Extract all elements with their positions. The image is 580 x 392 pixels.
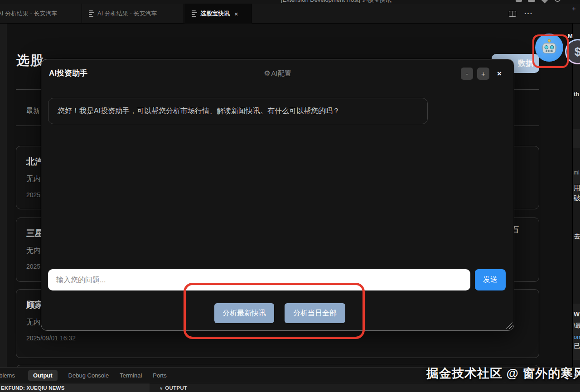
clipped-text-fragment: 破 <box>574 194 580 203</box>
clipped-text-fragment: 去 <box>574 232 580 241</box>
clipped-text-fragment: 用 <box>574 184 580 193</box>
assistant-message-bubble: 您好！我是AI投资助手，可以帮您分析市场行情、解读新闻快讯。有什么可以帮您的吗？ <box>48 98 428 124</box>
ai-config-link[interactable]: ⚙AI配置 <box>41 69 514 78</box>
font-increase-button[interactable]: + <box>477 68 489 80</box>
clipped-text-fragment: W <box>574 310 580 318</box>
layout-panel-icon <box>516 0 522 2</box>
panel-tab-output[interactable]: Output <box>28 370 58 381</box>
clipped-link-fragment: om <box>574 334 580 340</box>
tab-xuangubao-active[interactable]: 选股宝快讯 × <box>184 4 252 24</box>
send-button[interactable]: 发送 <box>475 269 506 290</box>
font-decrease-button[interactable]: - <box>461 68 473 80</box>
clipped-text-fragment: th <box>574 91 579 97</box>
chevron-down-icon: ∨ <box>160 386 163 391</box>
more-actions-icon[interactable]: ··· <box>524 10 533 18</box>
window-title: [Extension Development Host] 选股宝快讯 <box>281 0 391 4</box>
clipped-text-fragment: g <box>574 371 578 378</box>
panel-tab-ports[interactable]: Ports <box>153 372 166 379</box>
close-icon[interactable]: × <box>494 68 504 79</box>
file-icon <box>192 10 198 18</box>
tab-ai-analysis-2[interactable]: AI 分析结果 - 长安汽车 <box>82 4 184 24</box>
editor-gutter <box>0 24 7 367</box>
editor-tab-bar: AI 分析结果 - 长安汽车 AI 分析结果 - 长安汽车 选股宝快讯 × ··… <box>0 4 580 24</box>
page-title: 选股 <box>16 52 44 70</box>
gear-icon: ⚙ <box>264 69 270 77</box>
clipped-text-fragment: \最 <box>574 322 580 330</box>
annotation-box-robot <box>532 34 569 68</box>
tab-close-icon[interactable]: × <box>234 10 238 18</box>
clipped-text-fragment: ml <box>574 169 580 176</box>
panel-tab-problems[interactable]: Problems <box>0 372 21 379</box>
new-tab-plus-icon[interactable]: + <box>572 5 576 12</box>
output-header-bar: EKFUND: XUEQIU NEWS ∨ OUTPUT <box>0 383 580 392</box>
layout-toggle-icon <box>555 0 561 2</box>
dollar-icon: $ <box>575 45 580 59</box>
file-icon <box>89 10 95 18</box>
clipped-text-fragment: M <box>568 33 573 39</box>
background-window-edge: th ml 用 破 去 W \最 om 已 <box>572 24 580 367</box>
clipped-text-fragment: 已 <box>574 342 580 350</box>
split-editor-icon[interactable] <box>509 11 516 17</box>
panel-tab-terminal[interactable]: Terminal <box>120 372 142 379</box>
output-section-dropdown[interactable]: ∨ OUTPUT <box>160 383 187 392</box>
resize-handle[interactable] <box>506 322 512 329</box>
tab-ai-analysis-1[interactable]: AI 分析结果 - 长安汽车 <box>0 4 82 24</box>
watermark-text: 掘金技术社区 @ 窗外的寒风 <box>426 365 580 382</box>
panel-tab-debug-console[interactable]: Debug Console <box>68 372 109 379</box>
annotation-box-quick-actions <box>184 283 365 339</box>
news-filter-tab-latest[interactable]: 最新 <box>26 106 40 115</box>
output-channel-label: EKFUND: XUEQIU NEWS <box>0 383 150 392</box>
layout-customize-icon <box>541 0 549 3</box>
layout-sidebar-icon <box>528 0 535 2</box>
editor-area: 选股 最新 北汽 无内 2025 三星 无内 2025 顾家 无内 2025/0… <box>0 24 580 367</box>
window-titlebar: [Extension Development Host] 选股宝快讯 <box>0 0 580 4</box>
